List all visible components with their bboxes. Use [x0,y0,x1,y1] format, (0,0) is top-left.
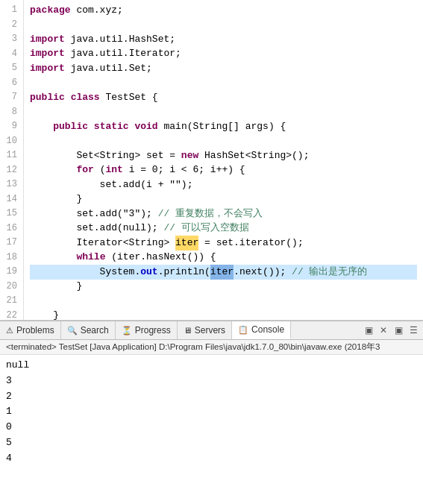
code-line: System.out.println(iter.next()); // 输出是无… [30,265,417,280]
code-line: while (iter.hasNext()) { [30,251,417,265]
console-line: 5 [6,435,417,451]
console-label: Console [251,324,284,335]
code-line: } [30,309,417,321]
tab-bar-button[interactable]: ▣ [392,324,405,337]
code-line: set.add(null); // 可以写入空数据 [30,221,417,236]
console-line: 2 [6,389,417,405]
progress-label: Progress [135,325,171,336]
code-line: Iterator<String> iter = set.iterator(); [30,236,417,251]
code-line: Set<String> set = new HashSet<String>(); [30,148,417,163]
code-line: public static void main(String[] args) { [30,119,417,134]
code-line [30,105,417,120]
tab-problems[interactable]: ⚠Problems [0,321,61,339]
code-container: 1234567891011121314151617181920212223242… [0,0,423,320]
code-line: set.add(i + ""); [30,177,417,192]
line-numbers: 1234567891011121314151617181920212223242… [0,0,24,320]
servers-label: Servers [195,325,225,336]
code-line [30,294,417,309]
console-icon: 📋 [238,325,248,335]
console-line: null [6,358,417,374]
tab-progress[interactable]: ⏳Progress [116,321,178,339]
console-line: 3 [6,374,417,389]
tab-bar-button[interactable]: ▣ [362,324,375,337]
tab-bar: ⚠Problems🔍Search⏳Progress🖥Servers📋Consol… [0,321,423,340]
tab-search[interactable]: 🔍Search [61,321,116,339]
tab-bar-button[interactable]: ☰ [407,324,420,337]
search-label: Search [81,325,109,336]
code-line [30,134,417,149]
console-output: null321054 [0,355,423,470]
servers-icon: 🖥 [184,326,192,335]
tab-bar-button[interactable]: ✕ [377,324,390,337]
code-line [30,76,417,91]
code-line: import java.util.Set; [30,61,417,76]
tab-bar-right: ▣✕▣☰ [362,324,423,337]
code-line: import java.util.Iterator; [30,47,417,62]
code-line: public class TestSet { [30,90,417,105]
tab-console[interactable]: 📋Console [232,321,291,339]
console-line: 1 [6,404,417,420]
problems-icon: ⚠ [6,326,13,336]
search-icon: 🔍 [67,326,78,336]
code-line: import java.util.HashSet; [30,32,417,47]
code-line: } [30,192,417,207]
code-line: package com.xyz; [30,3,417,18]
console-header: <terminated> TestSet [Java Application] … [0,340,423,355]
progress-icon: ⏳ [122,326,132,336]
tab-servers[interactable]: 🖥Servers [178,321,232,339]
console-line: 0 [6,420,417,435]
console-line: 4 [6,451,417,467]
code-lines[interactable]: package com.xyz; import java.util.HashSe… [24,0,423,320]
code-line: set.add("3"); // 重复数据，不会写入 [30,207,417,221]
problems-label: Problems [16,325,54,336]
console-area: <terminated> TestSet [Java Application] … [0,340,423,504]
code-line: for (int i = 0; i < 6; i++) { [30,163,417,178]
editor-area: 1234567891011121314151617181920212223242… [0,0,423,321]
code-line [30,18,417,33]
code-line: } [30,280,417,294]
